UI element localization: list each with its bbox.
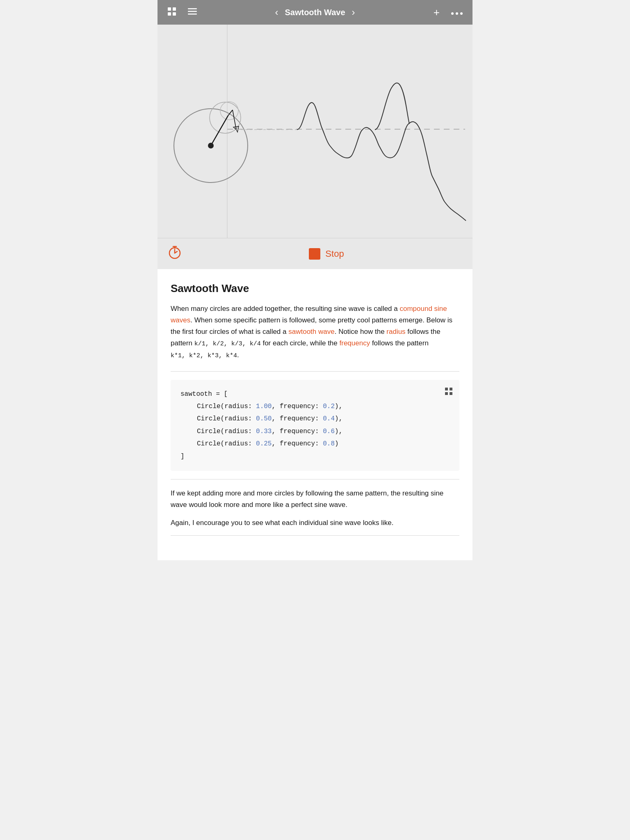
add-button[interactable]: + <box>432 5 441 21</box>
intro-text-period: . <box>237 351 239 359</box>
svg-rect-23 <box>445 388 448 390</box>
svg-rect-25 <box>445 392 448 395</box>
intro-text-3: . Notice how the <box>335 328 387 336</box>
intro-text-1: When many circles are added together, th… <box>171 305 399 313</box>
code-circle-1: Circle(radius: 1.00, frequency: 0.2), <box>180 400 450 413</box>
svg-rect-5 <box>188 11 197 12</box>
code-grid-button[interactable] <box>445 386 453 400</box>
header-title-area: ‹ Sawtooth Wave › <box>273 5 356 20</box>
code-circle-2: Circle(radius: 0.50, frequency: 0.4), <box>180 413 450 425</box>
grid-view-button[interactable] <box>166 5 178 20</box>
svg-point-8 <box>456 12 458 15</box>
code-block: sawtooth = [ Circle(radius: 1.00, freque… <box>171 380 459 471</box>
radius-link[interactable]: radius <box>386 328 405 336</box>
stop-button[interactable]: Stop <box>309 248 344 260</box>
frequency-pattern-code: k*1, k*2, k*3, k*4 <box>171 352 237 359</box>
svg-rect-6 <box>188 14 197 15</box>
svg-rect-10 <box>158 25 472 238</box>
svg-rect-1 <box>173 7 176 11</box>
svg-rect-0 <box>168 7 171 11</box>
intro-text-5: for each circle, while the <box>261 339 340 347</box>
divider-3 <box>171 535 459 536</box>
stop-label: Stop <box>325 249 344 259</box>
svg-rect-24 <box>450 388 452 390</box>
next-button[interactable]: › <box>350 5 357 20</box>
timer-icon[interactable] <box>167 245 182 262</box>
bottom-text-1: If we kept adding more and more circles … <box>171 488 459 511</box>
bottom-text-2: Again, I encourage you to see what each … <box>171 517 459 529</box>
prev-button[interactable]: ‹ <box>273 5 280 20</box>
divider-1 <box>171 371 459 372</box>
sawtooth-wave-link[interactable]: sawtooth wave <box>288 328 334 336</box>
divider-2 <box>171 479 459 479</box>
intro-text-6: follows the pattern <box>370 339 429 347</box>
stop-icon <box>309 248 320 260</box>
controls-bar: Stop <box>158 238 472 269</box>
svg-point-19 <box>208 143 214 148</box>
intro-paragraph: When many circles are added together, th… <box>171 303 459 361</box>
code-var-line: sawtooth = [ <box>180 388 450 400</box>
animation-area <box>158 25 472 238</box>
svg-rect-26 <box>450 392 452 395</box>
more-button[interactable] <box>450 6 464 19</box>
content-area: Sawtooth Wave When many circles are adde… <box>158 269 472 560</box>
list-view-button[interactable] <box>186 6 199 19</box>
svg-rect-2 <box>168 12 171 16</box>
frequency-link[interactable]: frequency <box>340 339 370 347</box>
app-header: ‹ Sawtooth Wave › + <box>158 0 472 25</box>
header-right-controls: + <box>432 5 464 21</box>
code-close-bracket: ] <box>180 450 450 463</box>
page-title: Sawtooth Wave <box>285 8 345 17</box>
header-left-controls <box>166 5 199 20</box>
svg-rect-4 <box>188 8 197 9</box>
code-circle-4: Circle(radius: 0.25, frequency: 0.8) <box>180 438 450 450</box>
content-title: Sawtooth Wave <box>171 282 459 295</box>
svg-point-9 <box>460 12 463 15</box>
radius-pattern-code: k/1, k/2, k/3, k/4 <box>194 340 261 347</box>
code-circle-3: Circle(radius: 0.33, frequency: 0.6), <box>180 425 450 438</box>
svg-point-7 <box>451 12 454 15</box>
fourier-animation <box>158 25 472 238</box>
svg-rect-3 <box>173 12 176 16</box>
